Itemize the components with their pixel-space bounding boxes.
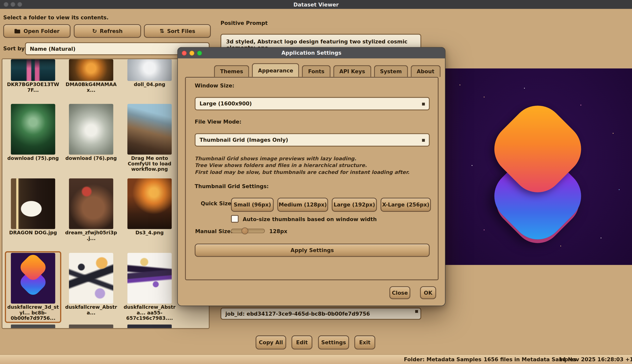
tab-themes[interactable]: Themes <box>214 65 249 77</box>
copy-all-button[interactable]: Copy All <box>256 336 286 350</box>
appearance-tab-panel <box>185 77 439 280</box>
file-thumbnail <box>127 178 172 229</box>
refresh-button[interactable]: ↻ Refresh <box>74 24 141 38</box>
file-thumbnail <box>127 253 172 304</box>
file-thumbnail <box>11 104 55 154</box>
open-folder-label: Open Folder <box>24 28 60 34</box>
tab-label: Fonts <box>308 68 324 74</box>
tab-label: Appearance <box>258 68 293 74</box>
copy-all-label: Copy All <box>259 339 283 346</box>
dialog-minimize-icon[interactable] <box>189 51 194 56</box>
file-cell[interactable]: DKR7BGP3OE13TW7F... <box>7 59 60 93</box>
file-thumbnail <box>11 253 55 304</box>
window-minimize-icon[interactable] <box>11 2 15 7</box>
file-name: download (76).png <box>64 156 118 161</box>
app-window: Dataset Viewer Select a folder to view i… <box>0 0 632 364</box>
settings-tabs: Themes Appearance Fonts API Keys System … <box>214 63 440 77</box>
file-thumbnail <box>69 178 113 229</box>
file-name: Ds3_4.png <box>123 230 176 236</box>
tab-api-keys[interactable]: API Keys <box>333 65 371 77</box>
dialog-ok-button[interactable]: OK <box>420 286 436 299</box>
file-cell[interactable]: doll_04.png <box>123 59 176 88</box>
dialog-zoom-icon[interactable] <box>197 51 202 56</box>
exit-label: Exit <box>359 339 370 346</box>
file-cell[interactable]: dream_zfwjh05ri3p.j... <box>64 178 118 241</box>
partial-next-row-thumbnail <box>127 324 172 329</box>
file-cell[interactable]: DMA0BkG4MAMAAx... <box>64 59 118 93</box>
dialog-window-controls <box>182 51 202 56</box>
window-title: Dataset Viewer <box>0 2 632 8</box>
status-folder: Folder: Metadata Samples <box>404 356 481 362</box>
application-settings-dialog: Application Settings Themes Appearance F… <box>177 47 445 306</box>
dialog-title: Application Settings <box>178 50 445 56</box>
file-name: Drag Me onto ComfyUI to load workflow.pn… <box>123 156 176 172</box>
settings-label: Settings <box>321 339 346 346</box>
file-cell[interactable]: Ds3_4.png <box>123 178 176 236</box>
sort-icon: ⇅ <box>159 28 164 34</box>
file-thumbnail <box>11 178 55 229</box>
file-thumbnail <box>69 104 113 154</box>
file-name: dream_zfwjh05ri3p.j... <box>64 230 118 241</box>
file-name: duskfallcrew_3d_styl... bc8b-0b00fe7d975… <box>7 305 60 321</box>
dialog-ok-label: OK <box>424 290 433 296</box>
dialog-close-button[interactable]: Close <box>389 286 410 299</box>
file-name: duskfallcrew_Abstra... <box>64 305 118 316</box>
file-name: DKR7BGP3OE13TW7F... <box>7 82 60 93</box>
partial-next-row-thumbnail <box>69 324 113 329</box>
window-zoom-icon[interactable] <box>17 2 22 7</box>
window-close-icon[interactable] <box>4 2 8 7</box>
star-dots <box>460 84 460 85</box>
refresh-icon: ↻ <box>92 28 97 34</box>
file-thumbnail <box>127 104 172 154</box>
main-titlebar: Dataset Viewer <box>0 0 632 9</box>
file-name: download (75).png <box>7 156 60 161</box>
file-cell-selected[interactable]: duskfallcrew_3d_styl... bc8b-0b00fe7d975… <box>7 253 60 321</box>
file-thumbnail <box>69 253 113 304</box>
sort-files-button[interactable]: ⇅ Sort Files <box>144 24 211 38</box>
status-bar: Folder: Metadata Samples 1656 files in M… <box>0 354 632 364</box>
tab-system[interactable]: System <box>374 65 408 77</box>
folder-instruction: Select a folder to view its contents. <box>3 14 108 20</box>
edit-button[interactable]: Edit <box>292 336 312 350</box>
exit-button[interactable]: Exit <box>354 336 375 350</box>
edit-label: Edit <box>296 339 308 346</box>
tab-label: About <box>417 68 434 74</box>
file-cell[interactable]: download (76).png <box>64 104 118 161</box>
sort-by-label: Sort by: <box>3 46 27 52</box>
file-name: DRAGON DOG.jpg <box>7 230 60 236</box>
positive-prompt-label: Positive Prompt <box>221 20 268 26</box>
file-thumbnail <box>11 59 55 81</box>
file-thumbnail <box>69 59 113 81</box>
dialog-titlebar: Application Settings <box>178 48 445 58</box>
window-controls <box>4 2 22 7</box>
sort-files-label: Sort Files <box>167 28 195 34</box>
file-cell[interactable]: duskfallcrew_Abstra... <box>64 253 118 316</box>
image-preview-panel <box>444 68 632 265</box>
field-scroll-indicator-icon <box>415 310 418 313</box>
job-id-field[interactable]: job_id: ebd34127-3ce9-465d-bc8b-0b00fe7d… <box>221 308 421 320</box>
tab-label: System <box>380 68 402 74</box>
file-cell[interactable]: Drag Me onto ComfyUI to load workflow.pn… <box>123 104 176 172</box>
tab-label: Themes <box>220 68 243 74</box>
dialog-close-label: Close <box>392 290 408 296</box>
partial-next-row-thumbnail <box>11 324 55 329</box>
open-folder-button[interactable]: Open Folder <box>3 24 71 38</box>
file-name: DMA0BkG4MAMAAx... <box>64 82 118 93</box>
status-timestamp: 14 Nov 2025 16:28:03 +1300 <box>559 356 632 362</box>
settings-button[interactable]: Settings <box>318 336 349 350</box>
refresh-label: Refresh <box>100 28 123 34</box>
tab-label: API Keys <box>339 68 365 74</box>
sort-by-value: Name (Natural) <box>30 46 76 52</box>
file-name: doll_04.png <box>123 82 176 88</box>
tab-fonts[interactable]: Fonts <box>302 65 330 77</box>
file-cell[interactable]: download (75).png <box>7 104 60 161</box>
file-name: duskfallcrew_Abstra... aa55-657c196c7983… <box>123 305 176 321</box>
tab-appearance[interactable]: Appearance <box>252 63 299 77</box>
tab-about[interactable]: About <box>411 65 440 77</box>
dialog-close-icon[interactable] <box>182 51 186 56</box>
folder-icon <box>14 28 21 34</box>
file-thumbnail <box>127 59 172 81</box>
job-id-text: job_id: ebd34127-3ce9-465d-bc8b-0b00fe7d… <box>225 311 370 317</box>
file-cell[interactable]: duskfallcrew_Abstra... aa55-657c196c7983… <box>123 253 176 321</box>
file-cell[interactable]: DRAGON DOG.jpg <box>7 178 60 236</box>
